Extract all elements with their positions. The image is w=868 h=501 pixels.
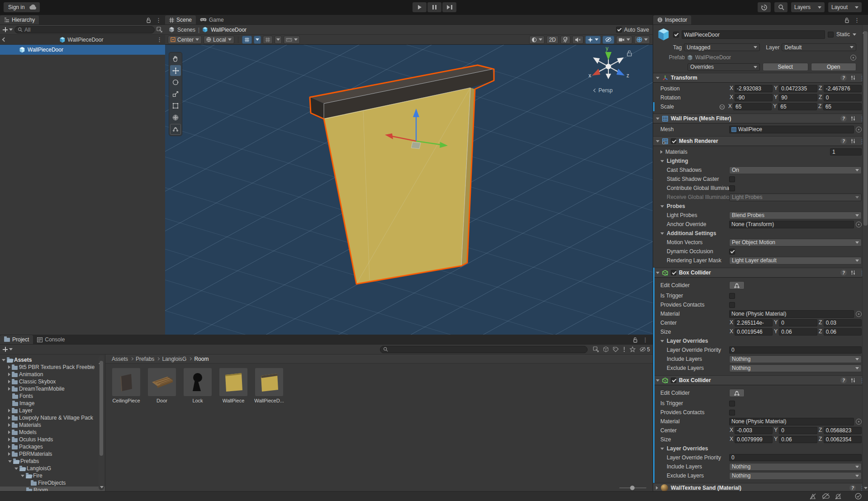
asset-lock[interactable]: Lock [183,368,212,403]
collab-disabled-icon[interactable] [809,493,816,500]
object-picker-icon[interactable] [856,419,862,425]
layer-overrides-foldout[interactable]: Layer Overrides [653,444,868,453]
exclude-layers-dropdown[interactable]: Nothing [729,472,862,480]
undo-history-button[interactable] [758,2,771,12]
tab-project[interactable]: Project [0,335,33,344]
asset-door[interactable]: Door [147,368,176,403]
tree-item[interactable]: LangloisG [0,465,105,472]
object-picker-icon[interactable] [856,127,862,132]
scene-lighting-toggle[interactable] [560,36,570,44]
provides-contacts-checkbox[interactable] [729,410,735,416]
lighting-foldout[interactable]: Lighting [653,156,868,165]
lock-icon[interactable] [633,337,638,343]
move-tool[interactable] [170,65,181,76]
box-collider-header[interactable]: Box Collider [653,268,868,278]
scene-visibility-toggle[interactable] [602,36,614,44]
camera-settings-dropdown[interactable] [616,36,632,44]
view-orientation-gizmo[interactable]: y x z [588,45,631,79]
crumb-prefabs[interactable]: Prefabs [136,356,154,362]
contribute-gi-checkbox[interactable] [729,185,735,191]
center-x-field[interactable]: -0.003 [735,427,773,434]
scene-audio-toggle[interactable] [572,36,583,44]
exclude-layers-dropdown[interactable]: Nothing [729,364,862,372]
label-filter-icon[interactable] [623,346,626,352]
crumb-assets[interactable]: Assets [112,356,128,362]
crumb-langloisg[interactable]: LangloisG [162,356,186,362]
tree-item[interactable]: 9t5 PBR Textures Pack Freebie [0,364,105,371]
size-x-field[interactable]: 0.0079999 [735,436,773,443]
tree-item[interactable]: Animation [0,371,105,378]
gizmos-dropdown[interactable] [634,36,650,44]
include-layers-dropdown[interactable]: Nothing [729,463,862,471]
help-icon[interactable] [840,75,847,81]
type-filter-icon[interactable] [613,346,619,352]
snap-increment-dropdown[interactable] [284,36,300,44]
tree-item[interactable]: Classic Skybox [0,378,105,385]
tree-item[interactable]: Oculus Hands [0,436,105,443]
rotation-z-field[interactable]: 0 [824,94,862,101]
presets-icon[interactable] [850,270,856,275]
center-z-field[interactable]: 0.0568823 [824,427,862,434]
custom-editor-tool[interactable] [170,124,181,135]
crumb-room[interactable]: Room [194,356,209,362]
position-x-field[interactable]: -2.932083 [735,85,773,92]
layers-dropdown[interactable]: Layers [791,2,825,12]
component-enabled-checkbox[interactable] [671,378,676,383]
presets-icon[interactable] [850,75,856,80]
scale-link-icon[interactable] [719,104,725,110]
tab-scene[interactable]: Scene [165,15,196,24]
gameobject-name-field[interactable]: WallPieceDoor [682,30,825,39]
component-enabled-checkbox[interactable] [671,138,676,144]
package-filter-icon[interactable] [603,346,609,352]
presets-icon[interactable] [850,116,856,121]
size-z-field[interactable]: 0.0062354 [824,436,862,443]
dynamic-occlusion-checkbox[interactable] [729,249,735,255]
tag-dropdown[interactable]: Untagged [684,43,760,51]
perspective-label[interactable]: Persp [594,87,612,94]
material-header-partial[interactable]: WallTexture Sand (Material) [653,483,868,491]
object-picker-icon[interactable] [856,311,862,317]
snap-settings-dropdown[interactable] [275,36,282,44]
materials-count-field[interactable]: 1 [830,148,862,156]
cloud-services-button[interactable] [26,2,40,12]
anchor-override-field[interactable]: None (Transform) [729,221,854,228]
tree-item[interactable]: Prefabs [0,458,105,465]
project-menu-kebab[interactable] [642,337,648,343]
layout-dropdown[interactable]: Layout [828,2,862,12]
center-y-field[interactable]: 0 [779,427,817,434]
motion-vectors-dropdown[interactable]: Per Object Motion [729,239,862,246]
orientation-dropdown[interactable]: Local [204,36,234,44]
view-hand-tool[interactable] [170,53,181,64]
component-enabled-checkbox[interactable] [671,270,676,275]
size-z-field[interactable]: 0.06 [824,328,862,336]
mesh-object-field[interactable]: WallPiece [729,126,854,133]
hierarchy-search-field[interactable]: All [14,26,155,33]
edit-collider-button[interactable] [729,281,745,289]
scene-viewport[interactable]: y x z Persp [165,45,653,335]
light-probes-dropdown[interactable]: Blend Probes [729,212,862,219]
prefab-target-icon[interactable] [850,55,856,61]
pivot-mode-dropdown[interactable]: Center [168,36,202,44]
tree-item[interactable]: Image [0,400,105,407]
tab-hierarchy[interactable]: Hierarchy [0,15,39,24]
transform-header[interactable]: Transform [653,73,868,83]
tree-item[interactable]: Fonts [0,392,105,400]
tree-item[interactable]: FireObjects [0,479,105,487]
auto-save-checkbox[interactable] [616,27,622,33]
center-x-field[interactable]: 2.265114e- [735,319,773,326]
tree-item[interactable]: PBRMaterials [0,450,105,458]
static-checkbox[interactable] [828,32,834,38]
size-y-field[interactable]: 0.06 [779,436,817,443]
hierarchy-menu-kebab[interactable] [156,17,161,23]
asset-wallpiece[interactable]: WallPiece [219,368,248,403]
step-button[interactable] [442,2,456,12]
rotate-tool[interactable] [170,77,181,88]
asset-ceilingpiece[interactable]: CeilingPiece [112,368,141,403]
static-shadow-caster-checkbox[interactable] [729,176,735,182]
tab-game[interactable]: Game [196,15,228,24]
tab-console[interactable]: Console [33,335,69,344]
edit-collider-button[interactable] [729,389,745,397]
tree-item[interactable]: DreamTeamMobile [0,385,105,392]
physic-material-field[interactable]: None (Physic Material) [729,310,854,318]
center-z-field[interactable]: 0.03 [824,319,862,326]
